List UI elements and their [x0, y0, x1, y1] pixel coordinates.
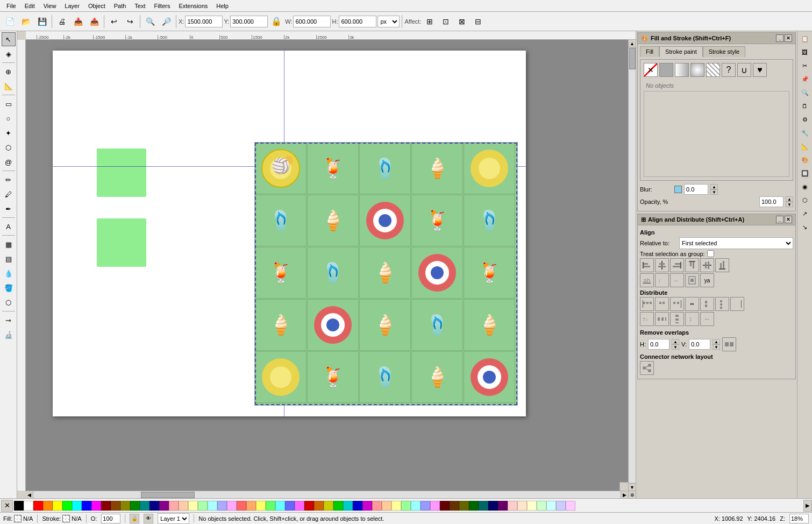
palette-color-swatch[interactable]	[450, 501, 459, 511]
strip-btn-11[interactable]: 🔲	[799, 167, 811, 180]
tb-zoom-in[interactable]: 🔍	[143, 14, 158, 29]
tool-paint[interactable]: 🪣	[2, 281, 16, 295]
scroll-thumb-h[interactable]	[141, 492, 195, 498]
blur-input[interactable]	[684, 184, 708, 195]
tb-open[interactable]: 📂	[18, 14, 33, 29]
palette-color-swatch[interactable]	[208, 501, 217, 511]
strip-btn-8[interactable]: 🔧	[799, 126, 811, 139]
dist-horiz-gaps[interactable]	[655, 312, 669, 326]
menu-object[interactable]: Object	[84, 2, 110, 10]
align-minimize[interactable]: _	[776, 216, 783, 223]
palette-color-swatch[interactable]	[459, 501, 469, 511]
palette-color-swatch[interactable]	[324, 501, 333, 511]
strip-btn-4[interactable]: 📌	[799, 73, 811, 86]
palette-color-swatch[interactable]	[227, 501, 237, 511]
tb-export[interactable]: 📤	[87, 14, 102, 29]
palette-color-swatch[interactable]	[72, 501, 82, 511]
h-input[interactable]	[339, 16, 376, 27]
align-left-edges[interactable]	[640, 258, 654, 272]
strip-btn-6[interactable]: 🗒	[799, 100, 811, 112]
btn-radial-grad[interactable]	[690, 63, 704, 77]
palette-color-swatch[interactable]	[391, 501, 401, 511]
strip-btn-13[interactable]: ⬡	[799, 194, 811, 207]
palette-color-swatch[interactable]	[285, 501, 295, 511]
opacity-input[interactable]	[759, 196, 783, 207]
tile-grid[interactable]: 🏐 🍹 🩴 🍦	[254, 142, 518, 406]
palette-color-swatch[interactable]	[508, 501, 517, 511]
palette-color-swatch[interactable]	[421, 501, 430, 511]
palette-color-swatch[interactable]	[537, 501, 546, 511]
palette-color-swatch[interactable]	[14, 501, 24, 511]
dist-bottom-edges[interactable]	[730, 297, 744, 311]
menu-layer[interactable]: Layer	[60, 2, 84, 10]
tb-import[interactable]: 📥	[70, 14, 86, 29]
menu-text[interactable]: Text	[130, 2, 149, 10]
tb-redo[interactable]: ↪	[123, 14, 138, 29]
scroll-up-btn[interactable]: ▲	[629, 40, 636, 47]
strip-btn-12[interactable]: ◉	[799, 180, 811, 193]
tool-rect[interactable]: ▭	[2, 97, 16, 111]
palette-color-swatch[interactable]	[275, 501, 285, 511]
dist-with-gaps[interactable]: ⇔	[685, 297, 699, 311]
palette-color-swatch[interactable]	[362, 501, 372, 511]
menu-filters[interactable]: Filters	[150, 2, 175, 10]
align-close[interactable]: ✕	[785, 216, 792, 223]
palette-color-swatch[interactable]	[82, 501, 91, 511]
palette-color-swatch[interactable]	[120, 501, 130, 511]
tool-star[interactable]: ✦	[2, 126, 16, 140]
palette-color-swatch[interactable]	[111, 501, 120, 511]
strip-btn-15[interactable]: ↘	[799, 221, 811, 233]
align-top-edges[interactable]	[685, 258, 699, 272]
tab-stroke-paint[interactable]: Stroke paint	[659, 46, 703, 57]
canvas[interactable]: 🏐 🍹 🩴 🍦	[26, 40, 628, 491]
blur-down[interactable]: ▼	[710, 189, 718, 195]
palette-color-swatch[interactable]	[198, 501, 208, 511]
palette-color-swatch[interactable]	[217, 501, 227, 511]
dist-vert-gaps[interactable]	[670, 312, 684, 326]
btn-pattern[interactable]	[706, 63, 720, 77]
scroll-right-btn[interactable]: ▶	[621, 491, 628, 499]
align-bottom-edges[interactable]	[715, 258, 729, 272]
w-input[interactable]	[293, 16, 331, 27]
tool-zoom[interactable]: ⊕	[2, 65, 16, 79]
palette-color-swatch[interactable]	[517, 501, 527, 511]
affect-btn1[interactable]: ⊞	[422, 14, 437, 29]
palette-color-swatch[interactable]	[149, 501, 159, 511]
palette-color-swatch[interactable]	[266, 501, 275, 511]
tool-node[interactable]: ◈	[2, 47, 16, 61]
tool-gradient[interactable]: ▦	[2, 237, 16, 251]
palette-color-swatch[interactable]	[382, 501, 391, 511]
tool-eyedrop[interactable]: 💧	[2, 266, 16, 280]
align-header[interactable]: ⊞ Align and Distribute (Shift+Ctrl+A) _ …	[638, 214, 795, 225]
strip-btn-14[interactable]: ↗	[799, 207, 811, 220]
dist-centers-h[interactable]	[655, 297, 669, 311]
menu-help[interactable]: Help	[212, 2, 233, 10]
palette-color-swatch[interactable]	[91, 501, 101, 511]
menu-view[interactable]: View	[39, 2, 61, 10]
tb-print[interactable]: 🖨	[54, 14, 69, 29]
tool-connector[interactable]: ⊸	[2, 313, 16, 327]
palette-color-swatch[interactable]	[556, 501, 566, 511]
palette-color-swatch[interactable]	[33, 501, 43, 511]
layer-icon[interactable]: 🔒	[130, 514, 139, 523]
palette-color-swatch[interactable]	[43, 501, 53, 511]
palette-color-swatch[interactable]	[469, 501, 479, 511]
palette-color-swatch[interactable]	[353, 501, 362, 511]
palette-color-swatch[interactable]	[314, 501, 324, 511]
ov-down[interactable]: ▼	[713, 344, 720, 350]
palette-color-swatch[interactable]	[237, 501, 246, 511]
layer-eye[interactable]: 👁	[144, 514, 153, 523]
palette-color-swatch[interactable]	[159, 501, 169, 511]
strip-btn-5[interactable]: 🔍	[799, 86, 811, 99]
strip-btn-7[interactable]: ⚙	[799, 113, 811, 126]
dist-centers-v[interactable]	[715, 297, 729, 311]
palette-color-swatch[interactable]	[169, 501, 179, 511]
ov-up[interactable]: ▲	[713, 339, 720, 344]
tool-pen[interactable]: 🖊	[2, 187, 16, 201]
tb-zoom-out[interactable]: 🔎	[159, 14, 174, 29]
x-input[interactable]	[185, 16, 223, 27]
affect-btn3[interactable]: ⊠	[454, 14, 469, 29]
palette-color-swatch[interactable]	[304, 501, 314, 511]
palette-color-swatch[interactable]	[24, 501, 33, 511]
palette-color-swatch[interactable]	[130, 501, 140, 511]
